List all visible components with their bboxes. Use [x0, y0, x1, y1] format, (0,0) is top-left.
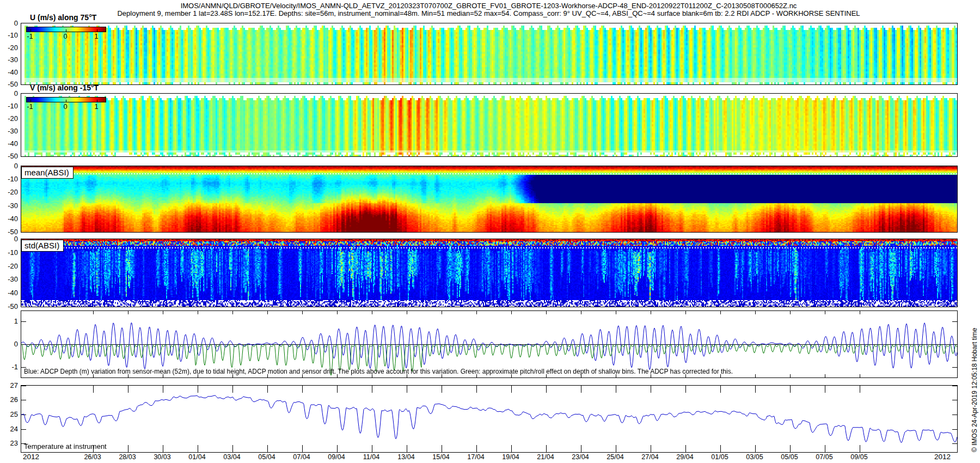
y-tick-label: -30: [0, 202, 18, 210]
x-tick-label: 01/05: [711, 453, 728, 461]
x-tick-label: 27/04: [641, 453, 658, 461]
y-tick-label: -40: [0, 68, 18, 76]
colorbar-notch: [66, 100, 66, 102]
y-tick-label: 24: [0, 425, 18, 433]
year-label-right: 2012: [934, 453, 951, 461]
x-tick-label: 09/04: [328, 453, 345, 461]
panel-v-velocity-heatmap: [21, 93, 958, 157]
panel-std-absi-heatmap: [21, 239, 958, 307]
y-tick-label: -40: [0, 139, 18, 148]
x-tick-label: 03/04: [223, 453, 240, 461]
x-tick-label: 21/04: [537, 453, 554, 461]
v-velocity-heatmap-canvas: [21, 94, 957, 156]
x-tick-label: 01/04: [188, 453, 205, 461]
colorbar-notch: [97, 100, 97, 102]
colorbar-notch: [30, 29, 31, 32]
colorbar-tick-label: 0: [63, 102, 67, 111]
x-tick-label: 26/03: [84, 453, 101, 461]
x-tick-label: 03/05: [746, 453, 763, 461]
y-tick-label: -10: [0, 31, 18, 39]
colorbar-tick-label: 1: [94, 102, 98, 111]
panel-u-velocity-heatmap: [21, 23, 958, 85]
std-absi-label: std(ABSI): [21, 240, 64, 252]
x-tick-label: 28/03: [119, 453, 136, 461]
x-tick-label: 25/04: [607, 453, 623, 461]
colorbar-tick-label: -1: [27, 32, 33, 40]
colorbar-notch: [97, 29, 97, 32]
y-tick-label: -10: [0, 248, 18, 257]
y-tick-label: -50: [0, 302, 18, 310]
x-tick-label: 29/04: [676, 453, 693, 461]
y-tick-label: -10: [0, 102, 18, 110]
x-tick-label: 11/04: [363, 453, 379, 461]
y-tick-label: -40: [0, 215, 18, 223]
y-tick-label: 23: [0, 439, 18, 447]
temperature-line-canvas: [21, 386, 957, 452]
y-tick-label: -30: [0, 56, 18, 64]
y-tick-label: -20: [0, 44, 18, 52]
colorbar-tick-label: -1: [27, 102, 33, 111]
std-absi-heatmap-canvas: [21, 239, 957, 307]
panel-temperature: [21, 385, 958, 453]
colorbar-tick-label: 1: [94, 32, 98, 40]
x-tick-label: 15/04: [432, 453, 449, 461]
y-tick-label: 26: [0, 395, 18, 404]
colorbar-notch: [30, 100, 31, 102]
x-tick-label: 09/05: [850, 453, 867, 461]
y-tick-label: -50: [0, 80, 18, 88]
y-tick-label: 1: [0, 317, 18, 325]
x-tick-label: 23/04: [572, 453, 589, 461]
mean-absi-heatmap-canvas: [21, 166, 957, 232]
y-tick-label: -1: [0, 363, 18, 371]
x-tick-label: 19/04: [502, 453, 519, 461]
y-tick-label: -20: [0, 114, 18, 123]
y-tick-label: -20: [0, 262, 18, 270]
y-tick-label: 0: [0, 235, 18, 243]
year-label-left: 2012: [23, 453, 39, 461]
x-tick-label: 30/03: [154, 453, 170, 461]
y-tick-label: -40: [0, 289, 18, 297]
x-tick-label: 07/05: [816, 453, 832, 461]
u-velocity-heatmap-canvas: [21, 23, 957, 84]
x-tick-label: 05/05: [781, 453, 798, 461]
y-tick-label: -30: [0, 275, 18, 283]
y-tick-label: 0: [0, 340, 18, 348]
depth-annotation: Blue: ADCP Depth (m) variation from sens…: [24, 368, 733, 375]
figure-title-line2: Deployment 9, member 1 lat=23.48S lon=15…: [21, 9, 957, 17]
u-colorbar: [26, 27, 106, 32]
x-tick-label: 17/04: [467, 453, 484, 461]
v-colorbar: [26, 97, 106, 102]
attribution-text: © IMOS 24-Apr-2019 12:05:18 Hobart time: [971, 328, 978, 452]
y-tick-label: -20: [0, 188, 18, 196]
panel-mean-absi-heatmap: [21, 166, 958, 233]
colorbar-tick-label: 0: [63, 32, 67, 40]
x-tick-label: 07/04: [293, 453, 310, 461]
y-tick-label: -10: [0, 175, 18, 183]
y-tick-label: 25: [0, 410, 18, 418]
y-tick-label: 0: [0, 19, 18, 27]
y-tick-label: -30: [0, 127, 18, 135]
figure-title-line1: IMOS/ANMN/QLD/GBROTE/Velocity/IMOS_ANMN-…: [21, 2, 957, 10]
y-tick-label: 27: [0, 381, 18, 389]
colorbar-notch: [66, 29, 66, 32]
x-tick-label: 05/04: [258, 453, 275, 461]
y-tick-label: 0: [0, 162, 18, 170]
mean-absi-label: mean(ABSI): [21, 167, 74, 179]
panel-u-title: U (m/s) along 75°T: [30, 13, 96, 22]
y-tick-label: -50: [0, 152, 18, 160]
y-tick-label: 0: [0, 89, 18, 98]
temperature-panel-label: Temperature at instrument: [24, 442, 107, 450]
x-tick-label: 13/04: [397, 453, 414, 461]
